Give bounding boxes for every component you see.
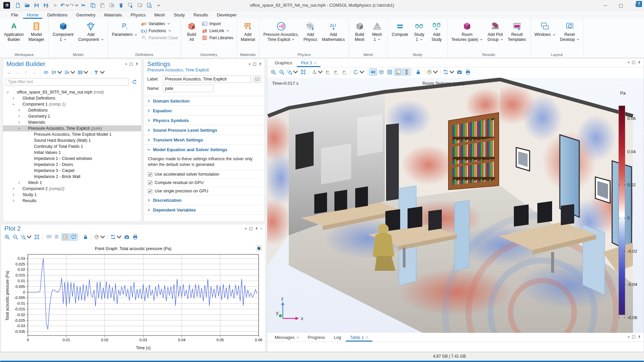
zoom-box-button[interactable] <box>20 233 33 241</box>
ribbon-result-templates-button[interactable]: Result Templates <box>505 20 529 42</box>
ribbon-add-physics-button[interactable]: Add Physics <box>301 20 320 42</box>
tree-item[interactable]: office_space_63_30T0_N4_ma_out.mph (root… <box>3 89 141 95</box>
menu-developer[interactable]: Developer <box>213 11 240 19</box>
save-button[interactable] <box>32 1 41 9</box>
section-header[interactable]: Transient Mesh Settings <box>144 135 265 144</box>
tree-expander-icon[interactable] <box>23 157 27 161</box>
tree-expander-icon[interactable] <box>11 187 15 191</box>
plot2-canvas[interactable]: Point Graph: Total acoustic pressure (Pa… <box>1 243 265 352</box>
save-edit-button[interactable] <box>42 1 50 9</box>
default-view-button[interactable] <box>311 68 324 76</box>
section-header[interactable]: Dependent Variables <box>144 205 265 215</box>
arrow-down-button[interactable]: ↓ <box>30 69 38 76</box>
tree-item[interactable]: Study 1 <box>3 192 141 198</box>
tree-item[interactable]: Impedance 1 - Closed windows <box>3 156 141 162</box>
tree-expander-icon[interactable] <box>17 181 21 185</box>
zoom-in-button[interactable] <box>3 233 11 241</box>
tree-expander-icon[interactable] <box>23 150 27 155</box>
palette-button[interactable] <box>93 233 106 241</box>
checkbox[interactable] <box>148 189 152 193</box>
view-yz-button[interactable]: yz <box>332 68 340 76</box>
minimize-button[interactable]: ─ <box>598 0 613 11</box>
label-input[interactable] <box>163 75 251 83</box>
tree-expander-icon[interactable] <box>17 120 21 124</box>
panel-controls[interactable]: ▾ × <box>245 227 263 231</box>
play-button[interactable] <box>51 1 60 9</box>
section-header[interactable]: Domain Selection <box>144 96 265 106</box>
panel-controls[interactable]: ▾ <box>249 62 262 66</box>
menu-study[interactable]: Study <box>170 11 189 19</box>
ribbon-part-libraries-button[interactable]: Part Libraries <box>202 35 233 41</box>
dock-controls[interactable]: ▾ <box>628 60 641 65</box>
ribbon-import-button[interactable]: Import <box>202 21 233 26</box>
grid-y-button[interactable] <box>53 233 61 241</box>
ribbon-windows-button[interactable]: Windows <box>532 20 558 37</box>
panel-controls[interactable]: ▾ <box>125 62 139 66</box>
close-tab-icon[interactable]: × <box>314 61 316 65</box>
select-box-button[interactable] <box>126 1 135 9</box>
camera-button[interactable] <box>123 233 131 241</box>
graphics-viewport[interactable]: z y x Time=0.017 s Room Textures (pate) … <box>267 78 644 333</box>
paste-button[interactable] <box>98 1 107 9</box>
tree-expander-icon[interactable] <box>6 90 10 94</box>
comsol-logo-button[interactable] <box>256 245 262 251</box>
rename-button[interactable] <box>253 75 261 83</box>
arrow-up-button[interactable]: ↑ <box>22 69 30 76</box>
dock-controls[interactable]: ▾ <box>628 335 641 339</box>
room-visualization[interactable]: z y x <box>267 78 644 333</box>
tree-item[interactable]: Continuity of Total Fields 1 <box>3 143 141 149</box>
update-button[interactable] <box>110 233 122 241</box>
ribbon-mesh-1-button[interactable]: Mesh 1 <box>368 20 386 42</box>
zoom-extents-button[interactable] <box>33 233 41 241</box>
checkbox-row[interactable]: Use accelerated solver formulation <box>144 170 265 178</box>
tree-item[interactable]: Impedance 3 - Carpet <box>3 168 141 174</box>
ribbon-functions-button[interactable]: f(x)Functions <box>141 28 178 34</box>
tree-item[interactable]: Materials <box>3 119 141 125</box>
checkbox-row[interactable]: Compute residual on GPU <box>144 178 265 187</box>
new-file-button[interactable] <box>13 1 22 9</box>
checkbox[interactable] <box>148 172 152 177</box>
zoom-extents-button[interactable] <box>299 68 307 76</box>
maximize-button[interactable]: ▢ <box>613 0 629 11</box>
lock-button[interactable] <box>82 233 90 241</box>
dock-tab-log[interactable]: Log <box>330 334 345 342</box>
menu-results[interactable]: Results <box>190 11 212 19</box>
tree-expander-icon[interactable] <box>11 199 15 203</box>
ribbon-livelink-button[interactable]: ⇄LiveLink <box>202 28 233 34</box>
ribbon-add-study-button[interactable]: Add Study <box>428 20 445 42</box>
lock-button[interactable] <box>414 68 422 76</box>
section-header[interactable]: Sound Pressure Level Settings <box>144 125 265 135</box>
tree-expander-icon[interactable] <box>23 163 27 167</box>
dock-tab-progress[interactable]: Progress <box>304 334 329 342</box>
section-header[interactable]: Discretization <box>144 195 265 205</box>
funnel-button[interactable] <box>93 69 106 76</box>
tree-expander-icon[interactable] <box>17 108 21 112</box>
redo-button[interactable]: ↷ <box>70 1 78 9</box>
tree-expander-icon[interactable] <box>11 193 15 197</box>
grid-x-button[interactable] <box>45 233 53 241</box>
tree-item[interactable]: Component 2 (comp2) <box>3 186 141 192</box>
close-tab-icon[interactable]: × <box>366 335 368 340</box>
section-header[interactable]: Model Equation and Solver Settings <box>144 145 265 154</box>
tree-item[interactable]: Initial Values 1 <box>3 149 141 156</box>
section-header[interactable]: Equation <box>144 106 265 115</box>
tree-expander-icon[interactable] <box>23 132 27 136</box>
tree-item[interactable]: Sound Hard Boundary (Wall) 1 <box>3 137 141 143</box>
undo-button[interactable]: ↶ <box>60 1 69 9</box>
tree-item[interactable]: Results <box>3 198 141 204</box>
grid-3d-button[interactable] <box>386 68 394 76</box>
open-button[interactable] <box>23 1 32 9</box>
checkbox[interactable] <box>148 181 152 185</box>
tree-expander-icon[interactable] <box>23 169 27 173</box>
zoom-out-button[interactable] <box>278 68 286 76</box>
ribbon-parameter-case-button[interactable]: PiParameter Case <box>141 35 178 41</box>
palette-button[interactable] <box>426 68 439 76</box>
arrow-left-button[interactable]: ← <box>5 69 13 76</box>
ribbon-application-builder-button[interactable]: AApplication Builder <box>2 20 26 42</box>
ribbon-pressure-acoustics-time-explicit-button[interactable]: Pressure Acoustics, Time Explicit <box>261 20 301 42</box>
arrow-right-button[interactable]: → <box>13 69 21 76</box>
section-header[interactable]: Physics Symbols <box>144 116 265 125</box>
zoom-out-button[interactable] <box>11 233 19 241</box>
view-xy-button[interactable]: xy <box>324 68 332 76</box>
tree-columns-button[interactable] <box>76 69 89 76</box>
